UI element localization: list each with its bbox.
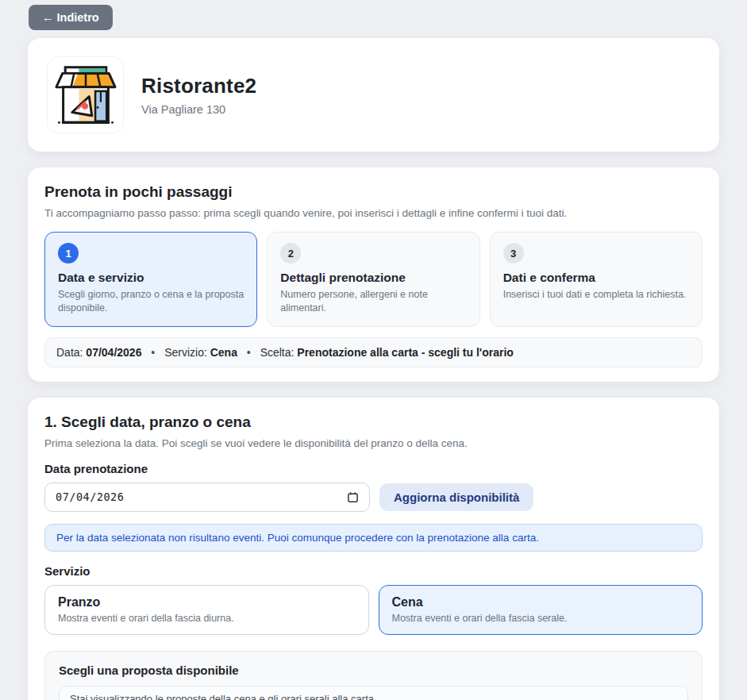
date-field-label: Data prenotazione bbox=[44, 462, 703, 475]
restaurant-info: Ristorante2 Via Pagliare 130 bbox=[141, 74, 256, 116]
step-description: Numero persone, allergeni e note aliment… bbox=[280, 288, 466, 315]
restaurant-address: Via Pagliare 130 bbox=[141, 103, 256, 116]
summary-choice-value: Prenotazione alla carta - scegli tu l'or… bbox=[297, 346, 514, 359]
steps-subtitle: Ti accompagniamo passo passo: prima sceg… bbox=[44, 207, 703, 219]
step-title: Dettagli prenotazione bbox=[280, 271, 466, 285]
summary-separator: • bbox=[247, 346, 251, 359]
proposal-info-box: Stai visualizzando le proposte della cen… bbox=[59, 686, 688, 700]
pizza-storefront-icon bbox=[47, 56, 124, 133]
restaurant-name: Ristorante2 bbox=[141, 74, 256, 98]
proposal-panel: Scegli una proposta disponibile Stai vis… bbox=[44, 651, 703, 700]
step-card-1[interactable]: 1 Data e servizio Scegli giorno, pranzo … bbox=[44, 232, 257, 327]
step-number-badge: 2 bbox=[280, 243, 301, 263]
step-description: Scegli giorno, pranzo o cena e la propos… bbox=[58, 288, 244, 315]
service-title: Pranzo bbox=[58, 595, 356, 610]
summary-data-value: 07/04/2026 bbox=[86, 346, 141, 359]
steps-title: Prenota in pochi passaggi bbox=[44, 183, 703, 201]
summary-choice-label: Scelta: bbox=[260, 346, 295, 359]
step-card-2[interactable]: 2 Dettagli prenotazione Numero persone, … bbox=[267, 232, 479, 327]
date-row: 07/04/2026 Aggiorna disponibilità bbox=[44, 483, 703, 512]
update-availability-button[interactable]: Aggiorna disponibilità bbox=[379, 483, 533, 511]
form-title: 1. Scegli data, pranzo o cena bbox=[44, 413, 703, 431]
service-description: Mostra eventi e orari della fascia seral… bbox=[392, 613, 690, 624]
service-title: Cena bbox=[392, 595, 690, 610]
step-description: Inserisci i tuoi dati e completa la rich… bbox=[503, 288, 689, 302]
summary-service-label: Servizio: bbox=[164, 346, 207, 359]
booking-summary-bar: Data: 07/04/2026 • Servizio: Cena • Scel… bbox=[44, 337, 703, 367]
proposal-title: Scegli una proposta disponibile bbox=[59, 663, 688, 677]
no-events-alert: Per la data selezionata non risultano ev… bbox=[44, 524, 703, 552]
booking-date-input[interactable]: 07/04/2026 bbox=[44, 483, 370, 512]
date-value: 07/04/2026 bbox=[56, 490, 124, 503]
service-card-cena[interactable]: Cena Mostra eventi e orari della fascia … bbox=[379, 585, 703, 635]
step-number-badge: 1 bbox=[58, 243, 79, 263]
service-description: Mostra eventi e orari della fascia diurn… bbox=[58, 613, 356, 624]
booking-page: ← Indietro bbox=[0, 0, 747, 700]
step-title: Dati e conferma bbox=[503, 271, 689, 285]
steps-row: 1 Data e servizio Scegli giorno, pranzo … bbox=[44, 232, 703, 327]
date-service-form-card: 1. Scegli data, pranzo o cena Prima sele… bbox=[28, 398, 719, 700]
summary-service-value: Cena bbox=[210, 346, 237, 359]
service-card-pranzo[interactable]: Pranzo Mostra eventi e orari della fasci… bbox=[44, 585, 369, 635]
step-card-3[interactable]: 3 Dati e conferma Inserisci i tuoi dati … bbox=[490, 232, 703, 327]
summary-data-label: Data: bbox=[56, 346, 83, 359]
restaurant-header-card: Ristorante2 Via Pagliare 130 bbox=[28, 38, 719, 152]
step-title: Data e servizio bbox=[58, 271, 244, 285]
booking-steps-card: Prenota in pochi passaggi Ti accompagnia… bbox=[28, 167, 719, 382]
summary-separator: • bbox=[151, 346, 155, 359]
form-subtitle: Prima seleziona la data. Poi scegli se v… bbox=[44, 437, 703, 449]
step-number-badge: 3 bbox=[503, 243, 524, 263]
back-button[interactable]: ← Indietro bbox=[29, 5, 113, 30]
calendar-icon[interactable] bbox=[347, 491, 359, 503]
service-field-label: Servizio bbox=[44, 564, 703, 578]
services-row: Pranzo Mostra eventi e orari della fasci… bbox=[44, 585, 703, 635]
